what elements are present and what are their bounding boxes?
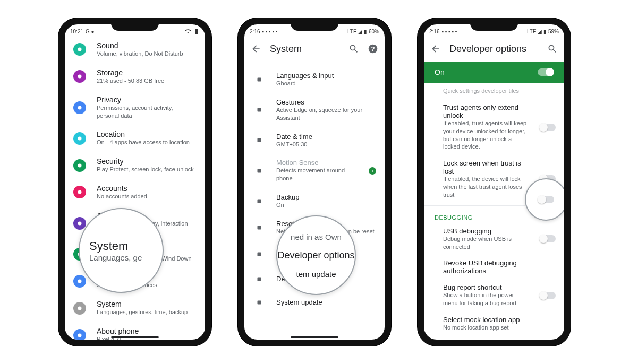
system-row-cloud[interactable]: BackupOn [244, 188, 385, 214]
status-bar: 2:16▪ ▪ ▪ ▪ • LTE ◢ ▮ 59% [424, 24, 564, 36]
svg-point-9 [78, 306, 82, 310]
svg-point-8 [78, 279, 82, 283]
svg-rect-14 [258, 77, 261, 81]
row-title: Security [97, 157, 197, 166]
row-title: About phone [97, 327, 197, 335]
row-title: Privacy [97, 96, 197, 104]
lock-icon [73, 159, 86, 172]
location-icon [73, 132, 86, 145]
settings-row-lock[interactable]: SecurityPlay Protect, screen lock, face … [65, 152, 205, 179]
mag-line-c: tem update [296, 270, 336, 279]
search-icon[interactable] [348, 44, 359, 54]
devopt-row[interactable]: USB debuggingDebug mode when USB is conn… [424, 223, 564, 255]
phone-system: 2:16▪ ▪ ▪ ▪ • LTE ◢ ▮ 60% System ? Langu… [238, 18, 391, 346]
back-icon[interactable] [251, 44, 261, 54]
row-title: Accounts [97, 184, 197, 193]
svg-point-4 [78, 163, 82, 167]
search-icon[interactable] [547, 44, 558, 54]
usb-debug-toggle-zoom[interactable] [538, 196, 554, 203]
row-title: Backup [276, 193, 376, 201]
svg-point-3 [78, 136, 82, 140]
master-toggle-bar[interactable]: On [424, 62, 564, 83]
svg-rect-22 [258, 300, 261, 304]
page-title: System [270, 44, 340, 55]
row-title: Revoke USB debugging authorizations [443, 259, 556, 275]
row-title: Date & time [276, 133, 376, 141]
devopt-row[interactable]: Trust agents only extend unlockIf enable… [424, 99, 564, 155]
status-time: 10:21 [70, 29, 83, 34]
row-title: Trust agents only extend unlock [443, 103, 529, 119]
status-right: LTE ◢ ▮ 59% [527, 29, 559, 34]
status-bar: 2:16▪ ▪ ▪ ▪ • LTE ◢ ▮ 60% [244, 24, 385, 36]
svg-rect-21 [258, 277, 261, 281]
row-sub: Active Edge on, squeeze for your Assista… [276, 106, 376, 122]
settings-row-location[interactable]: LocationOn - 4 apps have access to locat… [65, 125, 205, 152]
devopt-row[interactable]: Force full GNSS measurementsTrack all GN… [424, 336, 564, 346]
mag-line-a: ned in as Own [291, 232, 342, 241]
motion-icon [253, 164, 266, 177]
status-right: LTE ◢ ▮ 60% [347, 29, 379, 34]
help-icon[interactable]: ? [368, 44, 378, 54]
row-sub: On - 4 apps have access to location [97, 138, 197, 146]
update-icon [253, 296, 266, 309]
svg-point-2 [78, 106, 82, 109]
row-sub: Detects movement around phone [276, 167, 358, 183]
row-sub: Languages, gestures, time, backup [97, 308, 197, 316]
account-icon [73, 186, 86, 198]
master-toggle-switch[interactable] [538, 68, 554, 76]
toggle-switch[interactable] [540, 124, 556, 131]
settings-row-volume[interactable]: SoundVolume, vibration, Do Not Disturb [65, 36, 205, 63]
battery-icon [193, 28, 200, 34]
devopt-row[interactable]: Select mock location appNo mock location… [424, 311, 564, 336]
clock-icon [253, 134, 266, 146]
row-title: Select mock location app [443, 316, 556, 324]
row-sub: On [276, 201, 376, 209]
magnifier-system: System Languages, ge [79, 208, 164, 293]
row-sub: Show a button in the power menu for taki… [443, 291, 529, 307]
row-sub: 21% used - 50.83 GB free [97, 77, 197, 85]
info-badge[interactable]: i [369, 167, 376, 175]
system-row-clock[interactable]: Date & timeGMT+05:30 [244, 127, 385, 154]
app-bar: System ? [244, 36, 385, 62]
about-icon [73, 329, 86, 342]
row-title: System update [276, 298, 376, 306]
app-bar: Developer options [424, 36, 564, 62]
toggle-switch[interactable] [540, 292, 556, 299]
toggle-switch[interactable] [540, 235, 556, 242]
row-sub: Gboard [276, 80, 376, 88]
svg-text:?: ? [371, 45, 375, 52]
magnify-sub: Languages, ge [89, 253, 163, 262]
row-title: Motion Sense [276, 159, 358, 167]
gesture-icon [253, 103, 266, 116]
braces-icon [253, 273, 266, 285]
row-sub: No accounts added [97, 193, 197, 201]
svg-rect-19 [258, 226, 261, 229]
user-icon [253, 248, 266, 261]
devopt-row[interactable]: Revoke USB debugging authorizations [424, 255, 564, 279]
row-title: Force full GNSS measurements [443, 340, 529, 346]
settings-row-privacy[interactable]: PrivacyPermissions, account activity, pe… [65, 90, 205, 125]
settings-row-about[interactable]: About phonePixel 4 XL [65, 322, 205, 346]
wifi-icon [185, 28, 191, 34]
settings-list: SoundVolume, vibration, Do Not DisturbSt… [65, 36, 205, 346]
nav-handle[interactable] [291, 336, 338, 338]
partial-row[interactable]: Quick settings developer tiles [424, 83, 564, 99]
row-sub: No mock location app set [443, 324, 556, 332]
row-title: Lock screen when trust is lost [443, 159, 529, 175]
system-row-motion[interactable]: Motion SenseDetects movement around phon… [244, 153, 385, 188]
row-title: Bug report shortcut [443, 283, 529, 291]
devopt-row[interactable]: Bug report shortcutShow a button in the … [424, 279, 564, 311]
settings-row-storage[interactable]: Storage21% used - 50.83 GB free [65, 63, 205, 90]
nav-handle[interactable] [111, 336, 159, 338]
row-title: System [97, 300, 197, 308]
settings-row-account[interactable]: AccountsNo accounts added [65, 179, 205, 206]
row-title: USB debugging [443, 227, 529, 235]
privacy-icon [73, 101, 86, 114]
cloud-icon [253, 195, 266, 207]
svg-point-0 [78, 48, 82, 51]
system-row-globe[interactable]: Languages & inputGboard [244, 66, 385, 93]
back-icon[interactable] [430, 44, 441, 54]
settings-row-system[interactable]: SystemLanguages, gestures, time, backup [65, 294, 205, 322]
system-row-gesture[interactable]: GesturesActive Edge on, squeeze for your… [244, 93, 385, 127]
phone-settings: 10:21G ● SoundVolume, vibration, Do Not … [58, 18, 211, 346]
